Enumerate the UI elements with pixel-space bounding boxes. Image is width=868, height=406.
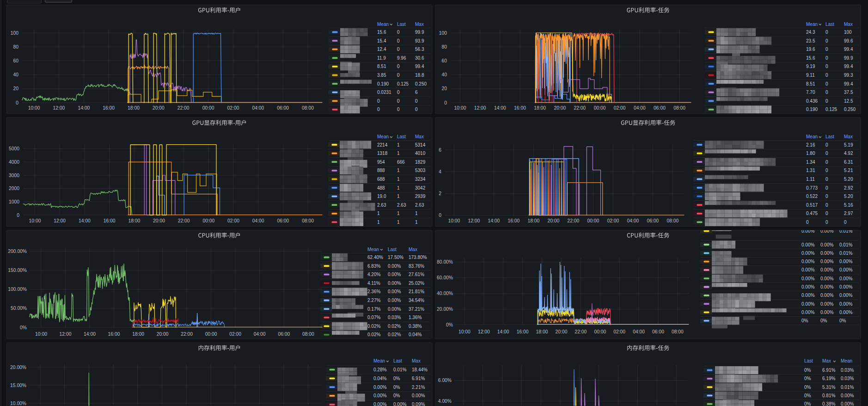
- svg-text:02:00: 02:00: [227, 105, 239, 111]
- svg-text:20:00: 20:00: [556, 329, 568, 334]
- svg-text:0.125: 0.125: [397, 81, 409, 86]
- svg-text:22:00: 22:00: [567, 218, 579, 223]
- svg-text:488: 488: [377, 185, 385, 191]
- svg-text:02:00: 02:00: [614, 105, 626, 111]
- svg-text:0: 0: [397, 30, 400, 35]
- svg-text:0: 0: [377, 107, 380, 112]
- svg-text:2.27%: 2.27%: [367, 298, 380, 303]
- svg-text:2.92: 2.92: [844, 185, 853, 191]
- svg-text:56.3: 56.3: [415, 47, 424, 52]
- svg-text:0.00%: 0.00%: [801, 276, 814, 281]
- svg-text:34.54%: 34.54%: [409, 298, 424, 303]
- svg-text:1: 1: [397, 168, 400, 173]
- svg-text:Mean: Mean: [806, 22, 818, 27]
- svg-text:0.09%: 0.09%: [412, 402, 425, 406]
- svg-text:15.00%: 15.00%: [10, 383, 26, 388]
- svg-text:4010: 4010: [415, 151, 426, 156]
- svg-text:0.00%: 0.00%: [388, 264, 401, 269]
- svg-text:0.436: 0.436: [806, 98, 818, 104]
- svg-text:0: 0: [825, 64, 828, 69]
- svg-text:50.00%: 50.00%: [11, 306, 27, 311]
- svg-text:22:00: 22:00: [181, 332, 193, 337]
- svg-text:20:00: 20:00: [554, 105, 566, 111]
- svg-text:0.517: 0.517: [806, 203, 818, 208]
- svg-text:14:00: 14:00: [78, 105, 90, 111]
- svg-text:0.00%: 0.00%: [820, 276, 833, 281]
- svg-text:18:00: 18:00: [528, 218, 540, 223]
- svg-text:0: 0: [825, 47, 828, 52]
- svg-text:20:00: 20:00: [157, 332, 169, 337]
- svg-text:0.81%: 0.81%: [822, 393, 835, 398]
- svg-text:0.17%: 0.17%: [367, 307, 380, 312]
- svg-text:Mean: Mean: [806, 134, 818, 139]
- svg-text:954: 954: [377, 160, 385, 165]
- svg-text:22:00: 22:00: [177, 105, 189, 111]
- svg-text:06:00: 06:00: [277, 218, 289, 223]
- svg-text:80: 80: [442, 44, 447, 49]
- svg-text:1: 1: [377, 211, 380, 216]
- svg-text:99.3: 99.3: [844, 73, 853, 78]
- svg-text:80.00%: 80.00%: [437, 259, 453, 265]
- svg-text:2.16: 2.16: [806, 142, 815, 148]
- svg-text:15.6: 15.6: [377, 30, 386, 35]
- svg-text:5.21: 5.21: [844, 168, 853, 173]
- svg-text:08:00: 08:00: [672, 329, 684, 334]
- svg-text:5303: 5303: [415, 168, 426, 173]
- svg-text:Last: Last: [388, 247, 397, 252]
- svg-text:0.38%: 0.38%: [409, 324, 422, 329]
- svg-text:688: 688: [377, 177, 385, 182]
- svg-text:06:00: 06:00: [652, 329, 664, 334]
- svg-text:17.50%: 17.50%: [388, 255, 403, 260]
- svg-text:18.44%: 18.44%: [412, 367, 428, 372]
- svg-text:10:00: 10:00: [35, 332, 47, 337]
- svg-text:06:00: 06:00: [278, 332, 290, 337]
- svg-text:Last: Last: [825, 134, 834, 139]
- svg-text:Last: Last: [393, 358, 402, 363]
- svg-text:18.8: 18.8: [415, 73, 424, 78]
- svg-text:0.00%: 0.00%: [801, 259, 814, 264]
- svg-text:37.5: 37.5: [844, 90, 853, 95]
- svg-text:Mean: Mean: [841, 358, 852, 363]
- svg-text:1: 1: [397, 151, 400, 156]
- svg-text:100: 100: [439, 31, 447, 36]
- svg-text:1: 1: [397, 177, 400, 182]
- svg-text:4.20%: 4.20%: [367, 272, 380, 277]
- svg-text:04:00: 04:00: [633, 329, 645, 334]
- svg-text:18:00: 18:00: [534, 105, 546, 111]
- svg-text:3042: 3042: [415, 185, 426, 191]
- svg-text:0: 0: [16, 100, 18, 105]
- svg-text:0: 0: [806, 220, 809, 225]
- svg-text:0.00%: 0.00%: [820, 284, 833, 289]
- svg-text:06:00: 06:00: [277, 105, 289, 111]
- svg-text:6.83%: 6.83%: [367, 264, 380, 269]
- svg-text:99.4: 99.4: [844, 64, 853, 69]
- svg-text:93.9: 93.9: [415, 38, 424, 43]
- svg-text:0: 0: [825, 194, 828, 199]
- svg-text:0.250: 0.250: [415, 81, 427, 86]
- svg-text:08:00: 08:00: [302, 218, 314, 223]
- svg-text:16:00: 16:00: [104, 218, 116, 223]
- svg-text:0: 0: [825, 142, 828, 148]
- svg-text:0: 0: [825, 151, 828, 156]
- svg-text:37.21%: 37.21%: [409, 307, 424, 312]
- svg-text:0.00%: 0.00%: [373, 393, 386, 398]
- svg-text:9.96: 9.96: [397, 55, 406, 61]
- svg-text:0.0231: 0.0231: [377, 90, 391, 95]
- svg-text:16:00: 16:00: [508, 218, 520, 223]
- svg-text:99.4: 99.4: [844, 47, 853, 52]
- svg-text:18:00: 18:00: [128, 218, 140, 223]
- svg-text:5.20: 5.20: [844, 177, 853, 182]
- svg-text:1318: 1318: [377, 151, 388, 156]
- svg-text:16:00: 16:00: [103, 105, 115, 111]
- svg-text:0.00%: 0.00%: [820, 242, 833, 247]
- svg-text:20:00: 20:00: [153, 105, 165, 111]
- svg-text:0: 0: [825, 168, 828, 173]
- svg-text:60: 60: [13, 58, 19, 63]
- svg-text:0.00%: 0.00%: [801, 310, 814, 315]
- svg-text:0: 0: [415, 98, 418, 104]
- svg-text:4: 4: [439, 169, 441, 174]
- svg-text:18:00: 18:00: [132, 332, 144, 337]
- svg-text:1829: 1829: [415, 160, 426, 165]
- svg-text:6: 6: [439, 148, 441, 153]
- svg-text:0: 0: [825, 211, 828, 216]
